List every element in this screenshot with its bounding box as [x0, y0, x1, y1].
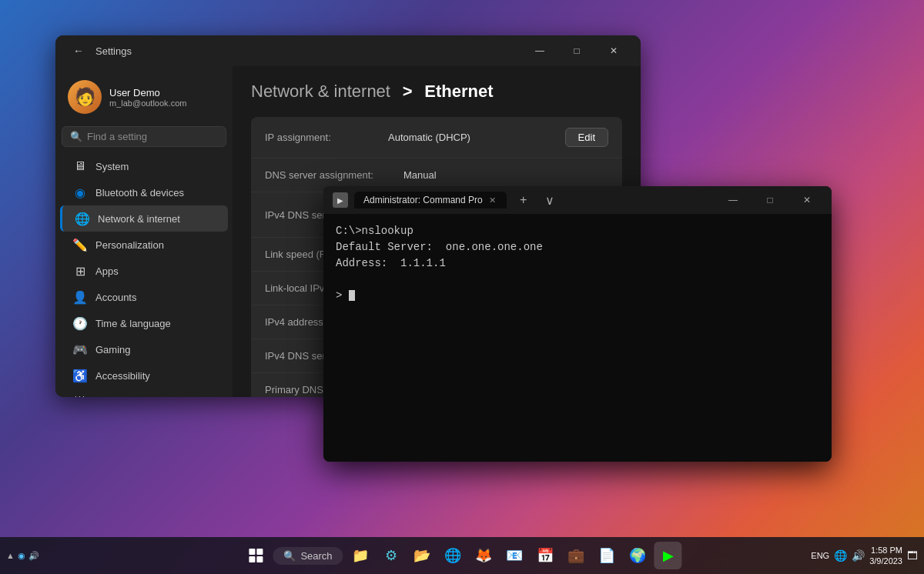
time-icon: 🕐	[72, 315, 88, 331]
taskbar-clock[interactable]: 1:58 PM 3/9/2023	[869, 545, 902, 567]
sidebar-item-system[interactable]: 🖥 System	[60, 153, 228, 179]
network-icon: 🌐	[75, 211, 90, 226]
desktop: ← Settings — □ ✕ 🧑 User Demo m_lab@out	[0, 0, 924, 574]
sidebar-item-label: Personalization	[95, 239, 164, 251]
taskbar-search[interactable]: 🔍 Search	[273, 547, 343, 565]
terminal-prompt-line: >	[336, 288, 819, 304]
cursor	[349, 290, 355, 301]
user-name: User Demo	[109, 87, 220, 98]
user-profile[interactable]: 🧑 User Demo m_lab@outlook.com	[55, 72, 233, 126]
terminal-body[interactable]: C:\>nslookup Default Server: one.one.one…	[323, 214, 832, 462]
settings-title: Settings	[95, 45, 132, 57]
sidebar-item-label: Accounts	[95, 292, 136, 303]
taskbar-icon-edge[interactable]: 🌐	[439, 542, 467, 569]
settings-search-box[interactable]: 🔍	[62, 126, 226, 147]
sidebar-item-time[interactable]: 🕐 Time & language	[60, 310, 228, 336]
taskbar-icon-notepad[interactable]: 📄	[593, 542, 621, 569]
taskbar-icon-chrome[interactable]: 🌍	[624, 542, 651, 569]
sidebar-item-label: Bluetooth & devices	[95, 187, 184, 199]
start-button[interactable]	[242, 542, 270, 569]
sidebar-item-gaming[interactable]: 🎮 Gaming	[60, 336, 228, 362]
terminal-new-tab-button[interactable]: +	[513, 189, 534, 211]
personalization-icon: ✏️	[72, 237, 88, 252]
maximize-button[interactable]: □	[559, 38, 594, 63]
minimize-button[interactable]: —	[522, 38, 557, 63]
settings-sidebar: 🧑 User Demo m_lab@outlook.com 🔍 🖥 System	[55, 66, 233, 397]
gaming-icon: 🎮	[72, 342, 88, 357]
taskbar-icon-settings[interactable]: ⚙	[377, 542, 405, 569]
terminal-app-icon: ▶	[333, 192, 348, 208]
clock-date: 3/9/2023	[869, 556, 902, 566]
page-header: Network & internet > Ethernet	[251, 82, 622, 102]
ip-assignment-value: Automatic (DHCP)	[388, 132, 565, 143]
taskbar-icon-firefox[interactable]: 🦊	[470, 542, 497, 569]
back-button[interactable]: ←	[68, 40, 89, 62]
taskbar-left: ▲ ◉ 🔊	[6, 551, 39, 561]
avatar: 🧑	[68, 80, 102, 114]
volume-icon: 🔊	[852, 549, 865, 562]
system-tray-left: ▲ ◉ 🔊	[6, 551, 39, 561]
clock-time: 1:58 PM	[869, 545, 902, 556]
sidebar-item-privacy[interactable]: 🛡 Privacy & security	[60, 389, 228, 397]
close-button[interactable]: ✕	[596, 38, 631, 63]
search-icon: 🔍	[70, 131, 82, 142]
dns-assignment-value: Manual	[403, 169, 608, 181]
sidebar-item-label: Time & language	[95, 318, 171, 329]
taskbar: ▲ ◉ 🔊 🔍 Search 📁 ⚙ 📂 🌐 🦊 📧	[0, 537, 924, 574]
terminal-line-4	[336, 272, 819, 288]
terminal-tab-close[interactable]: ✕	[487, 195, 497, 205]
terminal-dropdown-button[interactable]: ∨	[541, 191, 559, 209]
terminal-line-3: Address: 1.1.1.1	[336, 255, 819, 272]
taskbar-icon-calendar[interactable]: 📅	[531, 542, 559, 569]
sidebar-item-label: Network & internet	[98, 213, 180, 225]
sidebar-item-label: Accessibility	[95, 370, 150, 382]
sidebar-item-label: System	[95, 161, 129, 172]
accounts-icon: 👤	[72, 289, 88, 305]
taskbar-icon-store[interactable]: 💼	[562, 542, 590, 569]
bluetooth-tray-icon: ◉	[18, 551, 25, 561]
user-email: m_lab@outlook.com	[109, 98, 220, 108]
settings-search-input[interactable]	[87, 131, 218, 142]
system-icon: 🖥	[72, 159, 88, 174]
terminal-tab[interactable]: Administrator: Command Pro ✕	[354, 192, 507, 209]
privacy-icon: 🛡	[72, 394, 88, 397]
terminal-window: ▶ Administrator: Command Pro ✕ + ∨ — □ ✕…	[323, 186, 832, 462]
sidebar-item-bluetooth[interactable]: ◉ Bluetooth & devices	[60, 179, 228, 205]
terminal-maximize-button[interactable]: □	[755, 188, 785, 212]
bluetooth-icon: ◉	[72, 185, 88, 200]
taskbar-center: 🔍 Search 📁 ⚙ 📂 🌐 🦊 📧 📅 💼 📄 🌍 ▶	[242, 542, 681, 569]
apps-icon: ⊞	[72, 263, 88, 279]
accessibility-icon: ♿	[72, 368, 88, 383]
sidebar-item-label: Gaming	[95, 344, 131, 355]
settings-titlebar: ← Settings — □ ✕	[55, 35, 641, 66]
taskbar-icon-file-explorer[interactable]: 📁	[346, 542, 374, 569]
terminal-line-1: C:\>nslookup	[336, 223, 819, 239]
ip-assignment-row: IP assignment: Automatic (DHCP) Edit	[251, 117, 622, 159]
sidebar-item-accessibility[interactable]: ♿ Accessibility	[60, 362, 228, 389]
taskbar-search-label: Search	[300, 550, 332, 562]
window-controls: — □ ✕	[522, 38, 631, 63]
breadcrumb: Network & internet > Ethernet	[251, 82, 622, 102]
terminal-close-button[interactable]: ✕	[792, 188, 822, 212]
taskbar-search-icon: 🔍	[283, 550, 296, 562]
language-indicator: ENG	[811, 551, 829, 560]
sidebar-item-personalization[interactable]: ✏️ Personalization	[60, 232, 228, 258]
terminal-line-2: Default Server: one.one.one.one	[336, 239, 819, 255]
dns-assignment-label: DNS server assignment:	[265, 169, 403, 181]
taskbar-icon-mail[interactable]: 📧	[500, 542, 528, 569]
ip-assignment-label: IP assignment:	[265, 132, 388, 143]
taskbar-icon-folder[interactable]: 📂	[408, 542, 436, 569]
sidebar-item-label: Privacy & security	[95, 396, 175, 398]
ip-edit-button[interactable]: Edit	[565, 128, 608, 147]
sidebar-item-network[interactable]: 🌐 Network & internet	[60, 205, 228, 232]
terminal-minimize-button[interactable]: —	[718, 188, 748, 212]
taskbar-icon-terminal[interactable]: ▶	[654, 542, 682, 569]
sidebar-item-label: Apps	[95, 265, 119, 277]
notification-icon[interactable]: 🗔	[907, 549, 918, 562]
sidebar-item-accounts[interactable]: 👤 Accounts	[60, 284, 228, 310]
sidebar-item-apps[interactable]: ⊞ Apps	[60, 258, 228, 284]
network-tray-icon: 🌐	[834, 549, 847, 562]
terminal-tab-label: Administrator: Command Pro	[363, 195, 483, 205]
terminal-titlebar: ▶ Administrator: Command Pro ✕ + ∨ — □ ✕	[323, 186, 832, 214]
taskbar-right: ENG 🌐 🔊 1:58 PM 3/9/2023 🗔	[811, 545, 918, 567]
